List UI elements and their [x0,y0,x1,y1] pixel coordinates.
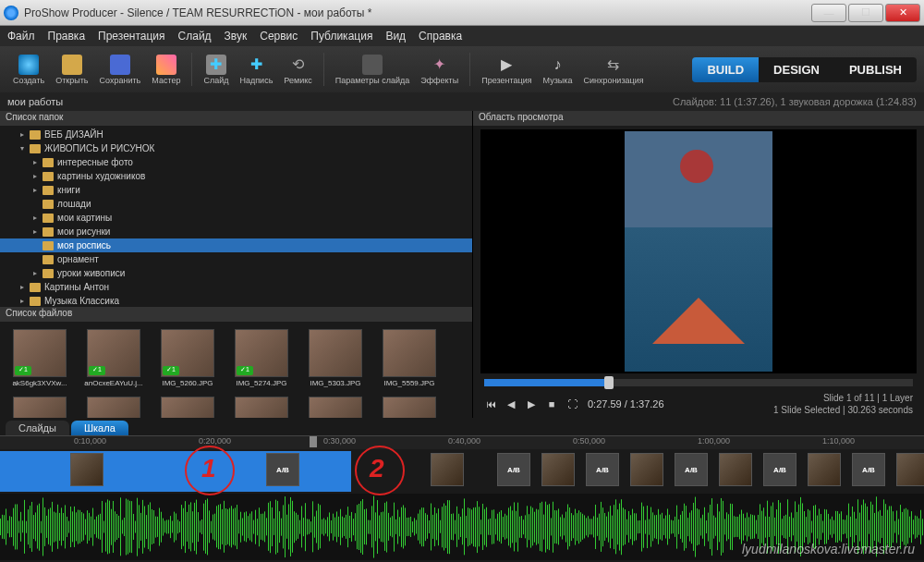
file-item[interactable] [375,397,444,418]
tree-item[interactable]: ▸уроки живописи [0,266,472,280]
playback-time: 0:27.59 / 1:37.26 [588,398,664,409]
close-button[interactable]: ✕ [885,4,920,22]
prev-button[interactable]: ⏮ [484,397,497,410]
file-item[interactable] [153,397,222,418]
file-item[interactable]: IMG_5559.JPG [375,329,444,387]
file-item[interactable] [6,397,74,418]
tool-save[interactable]: Сохранить [94,53,147,87]
clip-thumb[interactable] [719,453,752,486]
file-item[interactable]: ✓1akS6gk3XVXw... [6,329,74,387]
tree-item[interactable]: ▾ЖИВОПИСЬ И РИСУНОК [0,141,472,155]
tree-item[interactable]: ▸ВЕБ ДИЗАЙН [0,128,472,141]
tree-item[interactable]: моя роспись [0,238,472,252]
play-icon: ▶ [496,55,517,75]
playback-info: Slide 1 of 11 | 1 Layer 1 Slide Selected… [773,392,913,416]
tree-item[interactable]: орнамент [0,252,472,266]
stop-button[interactable]: ■ [545,397,558,410]
file-item[interactable] [227,397,296,418]
fx-icon: ✦ [430,55,450,75]
clip-thumb[interactable] [896,453,924,486]
transition-clip[interactable]: A/B [675,453,708,486]
play-button[interactable]: ▶ [525,397,538,410]
preview-scrubber[interactable] [484,379,913,386]
folder-tree[interactable]: ▸ВЕБ ДИЗАЙН▾ЖИВОПИСЬ И РИСУНОК▸интересны… [0,126,472,307]
file-item[interactable] [79,397,148,418]
tool-sync[interactable]: ⇆Синхронизация [578,53,649,87]
main-toolbar: Создать Открыть Сохранить Мастер ✚Слайд … [0,46,924,92]
file-item[interactable]: ✓1IMG_5274.JPG [227,329,296,387]
video-track[interactable]: A/B A/B A/B A/B A/B A/B 1 2 [0,451,924,492]
tool-effects[interactable]: ✦Эффекты [415,53,464,87]
mode-publish[interactable]: PUBLISH [834,57,917,82]
transition-clip[interactable]: A/B [497,453,530,486]
options-icon [362,55,383,75]
tab-slides[interactable]: Слайды [6,421,69,435]
file-item[interactable]: ✓1anOcxeEAYuU.j... [79,329,148,387]
tab-scale[interactable]: Шкала [71,421,128,435]
scrub-progress [484,379,604,386]
file-item[interactable]: IMG_5303.JPG [301,329,370,387]
tree-item[interactable]: ▸Картины Антон [0,280,472,294]
folders-header: Список папок [0,111,472,126]
maximize-button[interactable]: ☐ [848,4,883,22]
project-name: мои работы [7,96,63,107]
menu-file[interactable]: Файл [7,30,35,43]
tool-text[interactable]: ✚Надпись [234,53,278,87]
clip-thumb[interactable] [808,453,841,486]
preview-viewport[interactable] [480,129,917,373]
clip-thumb[interactable] [431,453,464,486]
menu-help[interactable]: Справка [419,30,462,43]
file-item[interactable]: ✓1IMG_5260.JPG [153,329,222,387]
transition-clip[interactable]: A/B [266,453,299,486]
menu-publish[interactable]: Публикация [310,30,372,43]
clip-thumb[interactable] [70,453,103,486]
tree-item[interactable]: ▸мои картины [0,211,472,225]
mode-build[interactable]: BUILD [692,57,759,82]
text-icon: ✚ [246,55,266,75]
tool-presentation[interactable]: ▶Презентация [476,53,537,87]
file-browser[interactable]: ✓1akS6gk3XVXw...✓1anOcxeEAYuU.j...✓1IMG_… [0,322,472,418]
tool-slide[interactable]: ✚Слайд [198,53,234,87]
transition-clip[interactable]: A/B [586,453,619,486]
mode-switcher: BUILD DESIGN PUBLISH [692,57,917,82]
menu-bar: Файл Правка Презентация Слайд Звук Серви… [0,26,924,46]
playhead[interactable] [310,436,317,447]
app-icon [4,6,18,20]
remix-icon: ⟲ [288,55,309,75]
tool-music[interactable]: ♪Музыка [538,53,578,87]
preview-header: Область просмотра [473,111,924,126]
file-item[interactable] [301,397,370,418]
mode-design[interactable]: DESIGN [759,57,834,82]
clip-thumb[interactable] [630,453,663,486]
tree-item[interactable]: ▸Музыка Классика [0,294,472,307]
minimize-button[interactable]: — [811,4,846,22]
transition-clip[interactable]: A/B [852,453,885,486]
window-title: ProShow Producer - Silence / TEAM RESURR… [24,6,811,19]
menu-sound[interactable]: Звук [225,30,248,43]
menu-edit[interactable]: Правка [48,30,86,43]
step-back-button[interactable]: ◀ [505,397,517,410]
time-ruler[interactable]: 0:10,0000:20,0000:30,0000:40,0000:50,000… [0,436,924,449]
clip-thumb[interactable] [541,453,575,486]
tree-item[interactable]: лошади [0,197,472,211]
music-icon: ♪ [547,55,567,75]
tree-item[interactable]: ▸интересные фото [0,155,472,169]
project-info: Слайдов: 11 (1:37.26), 1 звуковая дорожк… [673,96,917,107]
left-panel: Список папок ▸ВЕБ ДИЗАЙН▾ЖИВОПИСЬ И РИСУ… [0,111,473,418]
scrub-handle[interactable] [604,376,614,389]
fullscreen-button[interactable]: ⛶ [565,397,578,410]
project-bar: мои работы Слайдов: 11 (1:37.26), 1 звук… [0,92,924,111]
tree-item[interactable]: ▸картины художников [0,169,472,183]
tool-wizard[interactable]: Мастер [146,53,186,87]
tree-item[interactable]: ▸книги [0,183,472,197]
transition-clip[interactable]: A/B [763,453,796,486]
tool-slide-options[interactable]: Параметры слайда [330,53,416,87]
tool-open[interactable]: Открыть [50,53,93,87]
menu-view[interactable]: Вид [385,30,406,43]
menu-slide[interactable]: Слайд [178,30,212,43]
menu-presentation[interactable]: Презентация [98,30,165,43]
menu-service[interactable]: Сервис [260,30,298,43]
tree-item[interactable]: ▸мои рисунки [0,225,472,238]
tool-new[interactable]: Создать [7,53,50,87]
tool-remix[interactable]: ⟲Ремикс [278,53,317,87]
